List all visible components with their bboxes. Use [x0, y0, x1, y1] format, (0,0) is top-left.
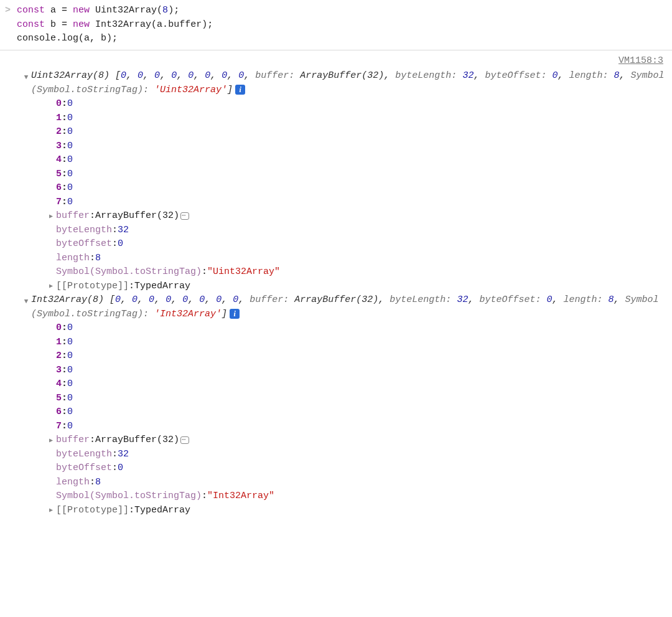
property-row[interactable]: 4: 0 [46, 377, 672, 392]
property-value: 0 [67, 349, 73, 364]
property-row[interactable]: 7: 0 [46, 195, 672, 210]
property-row[interactable]: 5: 0 [46, 167, 672, 182]
property-value: 8 [95, 252, 101, 266]
property-list: 0: 01: 02: 03: 04: 05: 06: 07: 0▶buffer:… [21, 97, 672, 293]
property-row[interactable]: 6: 0 [46, 405, 672, 420]
property-value: 8 [95, 476, 101, 490]
property-row[interactable]: 2: 0 [46, 125, 672, 139]
devtools-console: > const a = new Uint32Array(8); const b … [0, 0, 672, 524]
property-row[interactable]: 2: 0 [46, 349, 672, 364]
memory-icon[interactable] [180, 436, 189, 444]
property-row[interactable]: Symbol(Symbol.toStringTag): "Int32Array" [46, 489, 672, 504]
property-value: 0 [67, 364, 73, 378]
property-key: 6 [56, 181, 62, 195]
property-value: 0 [67, 405, 73, 420]
property-value: ArrayBuffer(32) [95, 209, 179, 224]
property-row[interactable]: Symbol(Symbol.toStringTag): "Uint32Array… [46, 265, 672, 280]
property-key: 7 [56, 420, 62, 434]
property-value: 32 [118, 224, 129, 238]
property-value: 0 [67, 392, 73, 406]
property-value: TypedArray [134, 504, 190, 518]
property-key: byteLength [56, 224, 112, 238]
property-key: 4 [56, 377, 62, 392]
property-key: buffer [56, 433, 90, 448]
property-row[interactable]: 1: 0 [46, 111, 672, 126]
property-row[interactable]: 7: 0 [46, 420, 672, 434]
property-key: 7 [56, 195, 62, 210]
property-value: 0 [67, 336, 73, 350]
property-key: 5 [56, 392, 62, 406]
property-key: 3 [56, 364, 62, 378]
console-input-code: const a = new Uint32Array(8); const b = … [17, 4, 213, 46]
property-row[interactable]: ▶buffer: ArrayBuffer(32) [46, 433, 672, 448]
property-key: 4 [56, 153, 62, 167]
property-value: 0 [118, 237, 123, 252]
disclosure-triangle-icon[interactable]: ▶ [46, 281, 56, 291]
memory-icon[interactable] [180, 212, 189, 220]
disclosure-triangle-icon[interactable]: ▶ [46, 506, 56, 515]
property-row[interactable]: ▶buffer: ArrayBuffer(32) [46, 209, 672, 224]
property-key: buffer [56, 209, 90, 224]
property-row[interactable]: 0: 0 [46, 321, 672, 336]
info-badge-icon[interactable]: i [235, 85, 245, 95]
property-value: 0 [67, 377, 73, 392]
summary-text: Int32Array(8) [0, 0, 0, 0, 0, 0, 0, 0, b… [31, 293, 672, 321]
object-summary[interactable]: ▼Int32Array(8) [0, 0, 0, 0, 0, 0, 0, 0, … [21, 293, 672, 321]
console-input-row[interactable]: > const a = new Uint32Array(8); const b … [0, 2, 672, 50]
disclosure-triangle-icon[interactable]: ▶ [46, 212, 56, 221]
property-key: 3 [56, 139, 62, 154]
property-value: 0 [67, 420, 73, 434]
property-row[interactable]: length: 8 [46, 252, 672, 266]
property-key: length [56, 252, 90, 266]
property-value: 0 [67, 181, 73, 195]
property-key: Symbol(Symbol.toStringTag) [56, 265, 202, 280]
property-row[interactable]: 3: 0 [46, 364, 672, 378]
property-value: "Uint32Array" [207, 265, 280, 280]
property-value: 0 [118, 461, 123, 476]
logged-object: ▼Int32Array(8) [0, 0, 0, 0, 0, 0, 0, 0, … [0, 293, 672, 517]
property-value: 0 [67, 167, 73, 182]
property-row[interactable]: byteLength: 32 [46, 224, 672, 238]
disclosure-triangle-icon[interactable]: ▼ [21, 69, 31, 83]
property-row[interactable]: byteLength: 32 [46, 448, 672, 462]
property-value: 0 [67, 153, 73, 167]
info-badge-icon[interactable]: i [230, 309, 240, 319]
property-row[interactable]: 0: 0 [46, 97, 672, 111]
property-key: 0 [56, 97, 62, 111]
disclosure-triangle-icon[interactable]: ▶ [46, 436, 56, 445]
disclosure-triangle-icon[interactable]: ▼ [21, 293, 31, 307]
property-key: [[Prototype]] [56, 280, 129, 294]
property-row[interactable]: 6: 0 [46, 181, 672, 195]
property-key: 1 [56, 336, 62, 350]
property-value: "Int32Array" [207, 489, 274, 504]
property-row[interactable]: 1: 0 [46, 336, 672, 350]
property-row[interactable]: ▶[[Prototype]]: TypedArray [46, 504, 672, 518]
property-list: 0: 01: 02: 03: 04: 05: 06: 07: 0▶buffer:… [21, 321, 672, 517]
property-key: length [56, 476, 90, 490]
property-row[interactable]: ▶[[Prototype]]: TypedArray [46, 280, 672, 294]
property-value: ArrayBuffer(32) [95, 433, 179, 448]
property-key: [[Prototype]] [56, 504, 129, 518]
property-key: byteLength [56, 448, 112, 462]
property-key: 0 [56, 321, 62, 336]
property-value: 0 [67, 125, 73, 139]
source-link[interactable]: VM1158:3 [0, 53, 672, 70]
property-row[interactable]: 5: 0 [46, 392, 672, 406]
property-row[interactable]: byteOffset: 0 [46, 461, 672, 476]
summary-text: Uint32Array(8) [0, 0, 0, 0, 0, 0, 0, 0, … [31, 69, 672, 97]
property-row[interactable]: byteOffset: 0 [46, 237, 672, 252]
property-row[interactable]: length: 8 [46, 476, 672, 490]
property-key: byteOffset [56, 237, 112, 252]
property-value: 0 [67, 195, 73, 210]
logged-object: ▼Uint32Array(8) [0, 0, 0, 0, 0, 0, 0, 0,… [0, 69, 672, 293]
object-summary[interactable]: ▼Uint32Array(8) [0, 0, 0, 0, 0, 0, 0, 0,… [21, 69, 672, 97]
property-key: 2 [56, 349, 62, 364]
property-value: 0 [67, 321, 73, 336]
property-row[interactable]: 3: 0 [46, 139, 672, 154]
property-value: 0 [67, 139, 73, 154]
property-key: Symbol(Symbol.toStringTag) [56, 489, 202, 504]
property-key: 6 [56, 405, 62, 420]
property-key: 1 [56, 111, 62, 126]
property-row[interactable]: 4: 0 [46, 153, 672, 167]
property-key: byteOffset [56, 461, 112, 476]
